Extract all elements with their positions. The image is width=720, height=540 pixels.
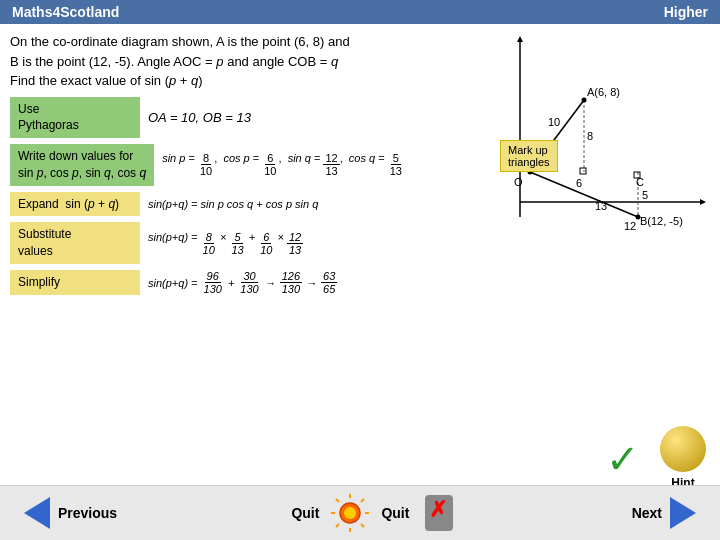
footer-center: Quit Quit ✗ xyxy=(291,494,457,532)
label-13: 13 xyxy=(595,200,607,212)
previous-arrow-icon xyxy=(24,497,50,529)
step-simplify: Simplify sin(p+q) = 96130 + 30130 → 1261… xyxy=(10,270,492,295)
svg-marker-3 xyxy=(517,36,523,42)
svg-point-10 xyxy=(582,98,587,103)
step-values: Write down values for sin p, cos p, sin … xyxy=(10,144,492,186)
intro-line3: Find the exact value of sin (p + q) xyxy=(10,73,203,88)
svg-rect-8 xyxy=(580,168,586,174)
svg-line-5 xyxy=(530,172,638,217)
header: Maths4Scotland Higher xyxy=(0,0,720,24)
step-substitute: Substitutevalues sin(p+q) = 810 × 513 + … xyxy=(10,222,492,264)
svg-line-19 xyxy=(361,499,364,502)
quit-button-1[interactable]: Quit xyxy=(291,505,319,521)
step-formula-simplify: sin(p+q) = 96130 + 30130 → 126130 → 6365 xyxy=(148,270,337,295)
step-label-simplify: Simplify xyxy=(10,270,140,295)
intro-line1: On the co-ordinate diagram shown, A is t… xyxy=(10,34,350,49)
label-B: B(12, -5) xyxy=(640,215,683,227)
svg-marker-2 xyxy=(700,199,706,205)
markup-line2: triangles xyxy=(508,156,550,168)
label-A: A(6, 8) xyxy=(587,86,620,98)
step-label-pythagoras: Use Pythagoras xyxy=(10,97,140,139)
label-10: 10 xyxy=(548,116,560,128)
wrong-icon: ✗ xyxy=(421,495,457,531)
step-formula-values: sin p = 810, cos p = 610, sin q = 1213, … xyxy=(162,152,404,177)
step-pythagoras: Use Pythagoras OA = 10, OB = 13 xyxy=(10,97,492,139)
quit-sun-icon[interactable] xyxy=(331,494,369,532)
previous-label: Previous xyxy=(58,505,117,521)
svg-point-11 xyxy=(636,215,641,220)
svg-line-21 xyxy=(361,524,364,527)
svg-line-18 xyxy=(336,499,339,502)
label-5: 5 xyxy=(642,189,648,201)
level-label: Higher xyxy=(664,4,708,20)
step-formula-expand: sin(p+q) = sin p cos q + cos p sin q xyxy=(148,198,318,210)
right-panel: A(6, 8) 10 8 6 O C 12 5 13 B(12, -5) xyxy=(500,32,710,301)
label-6: 6 xyxy=(576,177,582,189)
label-O: O xyxy=(514,176,523,188)
app-title: Maths4Scotland xyxy=(12,4,119,20)
next-button[interactable]: Next xyxy=(632,497,696,529)
markup-balloon: Mark up triangles xyxy=(500,140,558,172)
hint-ball[interactable] xyxy=(660,426,706,472)
intro-line2: B is the point (12, -5). Angle AOC = p a… xyxy=(10,54,338,69)
label-12: 12 xyxy=(624,220,636,232)
step-label-expand: Expand sin (p + q) xyxy=(10,192,140,217)
label-8: 8 xyxy=(587,130,593,142)
previous-button[interactable]: Previous xyxy=(24,497,117,529)
step-formula-substitute: sin(p+q) = 810 × 513 + 610 × 1213 xyxy=(148,231,303,256)
markup-line1: Mark up xyxy=(508,144,548,156)
step-expand: Expand sin (p + q) sin(p+q) = sin p cos … xyxy=(10,192,492,217)
next-arrow-icon xyxy=(670,497,696,529)
checkmark: ✓ xyxy=(606,436,640,482)
step-label-substitute: Substitutevalues xyxy=(10,222,140,264)
svg-line-20 xyxy=(336,524,339,527)
svg-point-22 xyxy=(344,507,356,519)
footer: Previous Quit Quit ✗ Next xyxy=(0,485,720,540)
next-label: Next xyxy=(632,505,662,521)
intro-text: On the co-ordinate diagram shown, A is t… xyxy=(10,32,492,91)
coordinate-diagram: A(6, 8) 10 8 6 O C 12 5 13 B(12, -5) xyxy=(500,32,710,242)
step-formula-pythagoras: OA = 10, OB = 13 xyxy=(148,110,251,125)
step-label-values: Write down values for sin p, cos p, sin … xyxy=(10,144,154,186)
left-panel: On the co-ordinate diagram shown, A is t… xyxy=(10,32,492,301)
quit-button-2[interactable]: Quit xyxy=(381,505,409,521)
hint-area[interactable]: Hint xyxy=(660,426,706,490)
